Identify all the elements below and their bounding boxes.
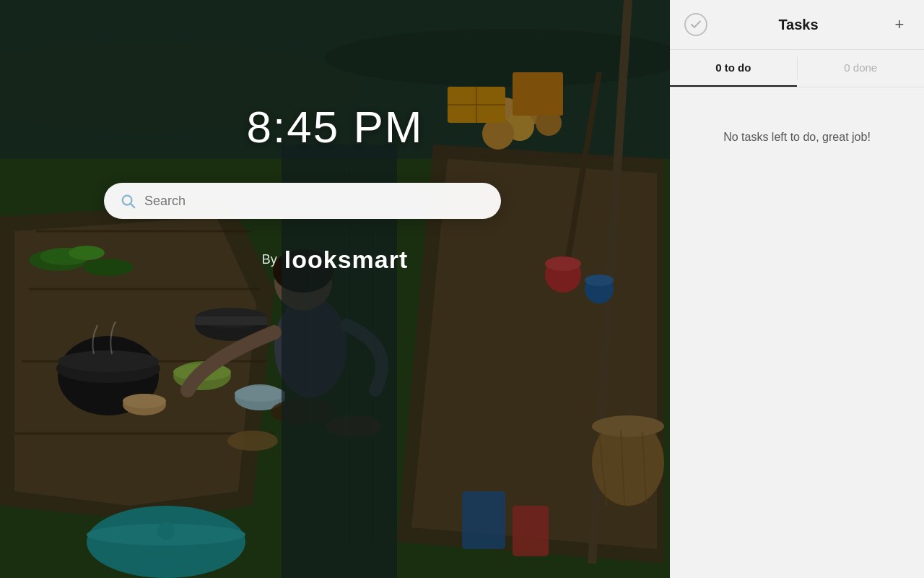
right-panel: Tasks + 0 to do 0 done No tasks left to … <box>670 0 924 578</box>
tasks-check-icon[interactable] <box>684 13 707 36</box>
tasks-title: Tasks <box>778 17 818 33</box>
tasks-tabs: 0 to do 0 done <box>670 50 924 87</box>
search-container <box>104 183 501 219</box>
left-panel: 8:45 PM By looksmart <box>0 0 670 578</box>
search-icon <box>120 193 136 209</box>
tab-todo[interactable]: 0 to do <box>670 50 797 87</box>
tasks-empty-state: No tasks left to do, great job! <box>670 87 924 578</box>
svg-line-65 <box>131 204 134 207</box>
search-bar[interactable] <box>104 183 501 219</box>
tasks-header: Tasks + <box>670 0 924 50</box>
brand-name: looksmart <box>284 246 409 274</box>
svg-rect-63 <box>0 0 670 578</box>
time-display: 8:45 PM <box>247 101 424 152</box>
tasks-add-button[interactable]: + <box>889 14 910 35</box>
search-input[interactable] <box>144 194 485 209</box>
brand-line: By looksmart <box>262 246 409 274</box>
brand-by: By <box>262 252 277 267</box>
tab-done[interactable]: 0 done <box>798 50 925 87</box>
market-scene-svg <box>0 0 670 578</box>
tasks-empty-message: No tasks left to do, great job! <box>723 131 871 144</box>
